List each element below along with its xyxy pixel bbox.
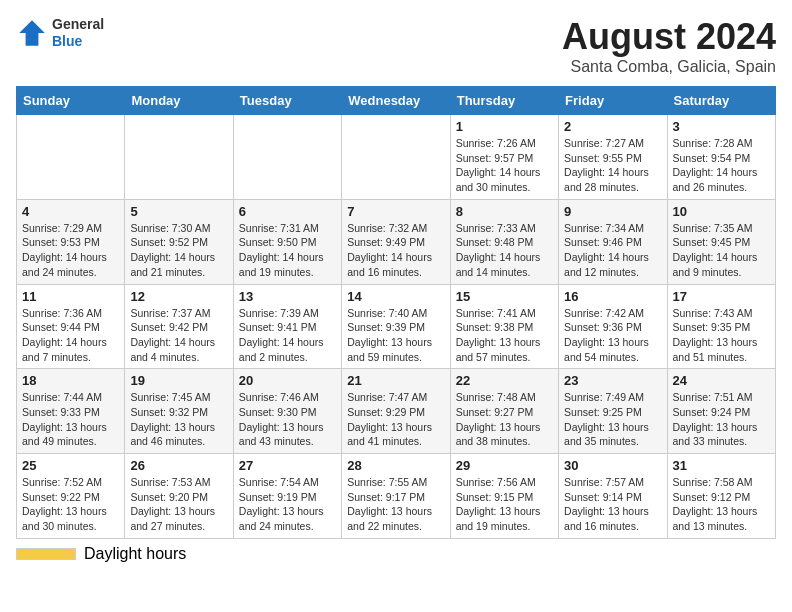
day-info: Sunrise: 7:33 AMSunset: 9:48 PMDaylight:… bbox=[456, 221, 553, 280]
day-number: 31 bbox=[673, 458, 770, 473]
calendar-dow-wednesday: Wednesday bbox=[342, 87, 450, 115]
calendar-cell: 10Sunrise: 7:35 AMSunset: 9:45 PMDayligh… bbox=[667, 199, 775, 284]
day-info: Sunrise: 7:37 AMSunset: 9:42 PMDaylight:… bbox=[130, 306, 227, 365]
day-number: 26 bbox=[130, 458, 227, 473]
title-area: August 2024 Santa Comba, Galicia, Spain bbox=[562, 16, 776, 76]
day-number: 17 bbox=[673, 289, 770, 304]
day-number: 1 bbox=[456, 119, 553, 134]
day-number: 13 bbox=[239, 289, 336, 304]
calendar-cell: 21Sunrise: 7:47 AMSunset: 9:29 PMDayligh… bbox=[342, 369, 450, 454]
calendar-cell: 17Sunrise: 7:43 AMSunset: 9:35 PMDayligh… bbox=[667, 284, 775, 369]
day-info: Sunrise: 7:48 AMSunset: 9:27 PMDaylight:… bbox=[456, 390, 553, 449]
calendar-cell: 11Sunrise: 7:36 AMSunset: 9:44 PMDayligh… bbox=[17, 284, 125, 369]
calendar-cell: 5Sunrise: 7:30 AMSunset: 9:52 PMDaylight… bbox=[125, 199, 233, 284]
day-number: 27 bbox=[239, 458, 336, 473]
day-number: 3 bbox=[673, 119, 770, 134]
day-number: 6 bbox=[239, 204, 336, 219]
calendar-header-row: SundayMondayTuesdayWednesdayThursdayFrid… bbox=[17, 87, 776, 115]
day-info: Sunrise: 7:44 AMSunset: 9:33 PMDaylight:… bbox=[22, 390, 119, 449]
day-number: 12 bbox=[130, 289, 227, 304]
calendar-subtitle: Santa Comba, Galicia, Spain bbox=[562, 58, 776, 76]
calendar-cell: 2Sunrise: 7:27 AMSunset: 9:55 PMDaylight… bbox=[559, 115, 667, 200]
day-number: 10 bbox=[673, 204, 770, 219]
day-number: 9 bbox=[564, 204, 661, 219]
footer: Daylight hours bbox=[16, 545, 776, 563]
calendar-cell: 28Sunrise: 7:55 AMSunset: 9:17 PMDayligh… bbox=[342, 454, 450, 539]
day-info: Sunrise: 7:28 AMSunset: 9:54 PMDaylight:… bbox=[673, 136, 770, 195]
day-number: 20 bbox=[239, 373, 336, 388]
calendar-dow-tuesday: Tuesday bbox=[233, 87, 341, 115]
day-info: Sunrise: 7:35 AMSunset: 9:45 PMDaylight:… bbox=[673, 221, 770, 280]
calendar-cell bbox=[342, 115, 450, 200]
day-info: Sunrise: 7:53 AMSunset: 9:20 PMDaylight:… bbox=[130, 475, 227, 534]
day-number: 4 bbox=[22, 204, 119, 219]
logo-blue: Blue bbox=[52, 33, 104, 50]
calendar-cell: 14Sunrise: 7:40 AMSunset: 9:39 PMDayligh… bbox=[342, 284, 450, 369]
day-number: 21 bbox=[347, 373, 444, 388]
day-info: Sunrise: 7:52 AMSunset: 9:22 PMDaylight:… bbox=[22, 475, 119, 534]
calendar-cell bbox=[233, 115, 341, 200]
calendar-cell: 27Sunrise: 7:54 AMSunset: 9:19 PMDayligh… bbox=[233, 454, 341, 539]
calendar-cell: 4Sunrise: 7:29 AMSunset: 9:53 PMDaylight… bbox=[17, 199, 125, 284]
calendar-cell: 30Sunrise: 7:57 AMSunset: 9:14 PMDayligh… bbox=[559, 454, 667, 539]
day-number: 7 bbox=[347, 204, 444, 219]
calendar-cell: 18Sunrise: 7:44 AMSunset: 9:33 PMDayligh… bbox=[17, 369, 125, 454]
calendar-cell: 6Sunrise: 7:31 AMSunset: 9:50 PMDaylight… bbox=[233, 199, 341, 284]
day-info: Sunrise: 7:30 AMSunset: 9:52 PMDaylight:… bbox=[130, 221, 227, 280]
header: General Blue August 2024 Santa Comba, Ga… bbox=[16, 16, 776, 76]
day-number: 25 bbox=[22, 458, 119, 473]
calendar-week-row: 1Sunrise: 7:26 AMSunset: 9:57 PMDaylight… bbox=[17, 115, 776, 200]
day-info: Sunrise: 7:45 AMSunset: 9:32 PMDaylight:… bbox=[130, 390, 227, 449]
logo-general: General bbox=[52, 16, 104, 33]
calendar-cell: 20Sunrise: 7:46 AMSunset: 9:30 PMDayligh… bbox=[233, 369, 341, 454]
logo-icon bbox=[16, 17, 48, 49]
calendar-cell: 13Sunrise: 7:39 AMSunset: 9:41 PMDayligh… bbox=[233, 284, 341, 369]
calendar-cell: 19Sunrise: 7:45 AMSunset: 9:32 PMDayligh… bbox=[125, 369, 233, 454]
day-info: Sunrise: 7:29 AMSunset: 9:53 PMDaylight:… bbox=[22, 221, 119, 280]
day-info: Sunrise: 7:46 AMSunset: 9:30 PMDaylight:… bbox=[239, 390, 336, 449]
day-info: Sunrise: 7:36 AMSunset: 9:44 PMDaylight:… bbox=[22, 306, 119, 365]
day-info: Sunrise: 7:51 AMSunset: 9:24 PMDaylight:… bbox=[673, 390, 770, 449]
calendar-week-row: 18Sunrise: 7:44 AMSunset: 9:33 PMDayligh… bbox=[17, 369, 776, 454]
day-info: Sunrise: 7:58 AMSunset: 9:12 PMDaylight:… bbox=[673, 475, 770, 534]
day-info: Sunrise: 7:54 AMSunset: 9:19 PMDaylight:… bbox=[239, 475, 336, 534]
svg-marker-0 bbox=[19, 20, 45, 46]
calendar-cell: 25Sunrise: 7:52 AMSunset: 9:22 PMDayligh… bbox=[17, 454, 125, 539]
calendar-cell: 23Sunrise: 7:49 AMSunset: 9:25 PMDayligh… bbox=[559, 369, 667, 454]
day-number: 24 bbox=[673, 373, 770, 388]
day-info: Sunrise: 7:32 AMSunset: 9:49 PMDaylight:… bbox=[347, 221, 444, 280]
day-number: 28 bbox=[347, 458, 444, 473]
day-number: 8 bbox=[456, 204, 553, 219]
calendar-cell: 26Sunrise: 7:53 AMSunset: 9:20 PMDayligh… bbox=[125, 454, 233, 539]
calendar-cell: 16Sunrise: 7:42 AMSunset: 9:36 PMDayligh… bbox=[559, 284, 667, 369]
day-info: Sunrise: 7:56 AMSunset: 9:15 PMDaylight:… bbox=[456, 475, 553, 534]
calendar-title: August 2024 bbox=[562, 16, 776, 58]
calendar-cell: 8Sunrise: 7:33 AMSunset: 9:48 PMDaylight… bbox=[450, 199, 558, 284]
day-number: 18 bbox=[22, 373, 119, 388]
calendar-dow-thursday: Thursday bbox=[450, 87, 558, 115]
day-info: Sunrise: 7:57 AMSunset: 9:14 PMDaylight:… bbox=[564, 475, 661, 534]
day-number: 15 bbox=[456, 289, 553, 304]
day-info: Sunrise: 7:55 AMSunset: 9:17 PMDaylight:… bbox=[347, 475, 444, 534]
calendar-cell: 29Sunrise: 7:56 AMSunset: 9:15 PMDayligh… bbox=[450, 454, 558, 539]
calendar-cell: 1Sunrise: 7:26 AMSunset: 9:57 PMDaylight… bbox=[450, 115, 558, 200]
calendar-cell: 31Sunrise: 7:58 AMSunset: 9:12 PMDayligh… bbox=[667, 454, 775, 539]
day-number: 16 bbox=[564, 289, 661, 304]
day-info: Sunrise: 7:39 AMSunset: 9:41 PMDaylight:… bbox=[239, 306, 336, 365]
daylight-bar-icon bbox=[16, 548, 76, 560]
day-info: Sunrise: 7:40 AMSunset: 9:39 PMDaylight:… bbox=[347, 306, 444, 365]
day-number: 23 bbox=[564, 373, 661, 388]
day-number: 22 bbox=[456, 373, 553, 388]
logo: General Blue bbox=[16, 16, 104, 50]
calendar-cell: 15Sunrise: 7:41 AMSunset: 9:38 PMDayligh… bbox=[450, 284, 558, 369]
daylight-label: Daylight hours bbox=[84, 545, 186, 563]
day-number: 11 bbox=[22, 289, 119, 304]
day-number: 30 bbox=[564, 458, 661, 473]
calendar-cell bbox=[17, 115, 125, 200]
calendar-dow-friday: Friday bbox=[559, 87, 667, 115]
calendar-cell: 3Sunrise: 7:28 AMSunset: 9:54 PMDaylight… bbox=[667, 115, 775, 200]
calendar-week-row: 25Sunrise: 7:52 AMSunset: 9:22 PMDayligh… bbox=[17, 454, 776, 539]
calendar-week-row: 4Sunrise: 7:29 AMSunset: 9:53 PMDaylight… bbox=[17, 199, 776, 284]
day-info: Sunrise: 7:34 AMSunset: 9:46 PMDaylight:… bbox=[564, 221, 661, 280]
day-number: 14 bbox=[347, 289, 444, 304]
